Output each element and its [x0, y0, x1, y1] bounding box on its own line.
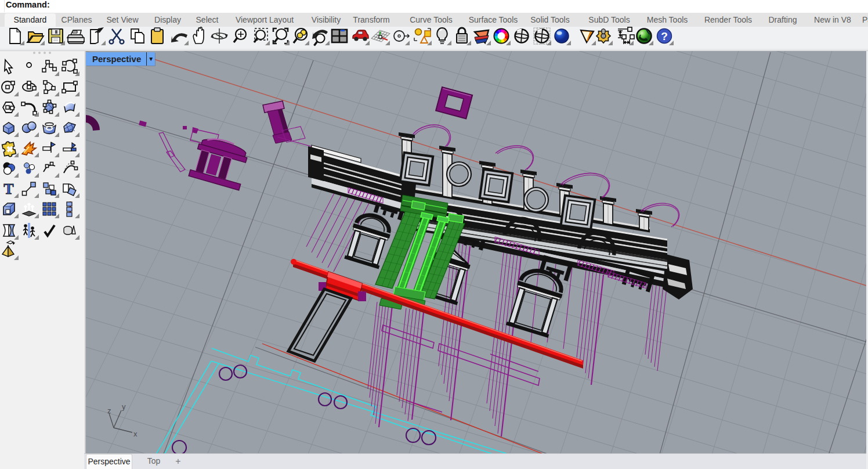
- svg-text:x: x: [133, 430, 138, 438]
- svg-text:y: y: [122, 402, 126, 411]
- svg-text:T: T: [3, 181, 13, 197]
- svg-text:z: z: [107, 406, 111, 415]
- svg-text:?: ?: [661, 30, 668, 42]
